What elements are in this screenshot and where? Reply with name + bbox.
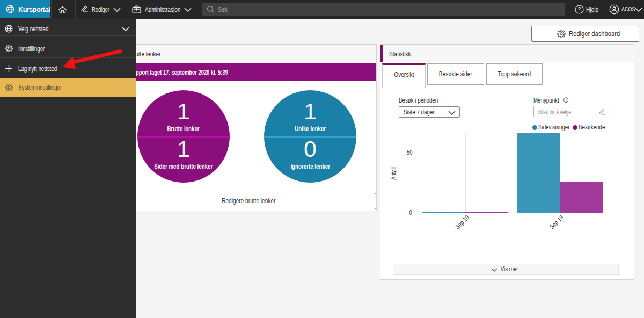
svg-text:i: i — [566, 98, 567, 103]
svg-text:?: ? — [578, 6, 581, 12]
